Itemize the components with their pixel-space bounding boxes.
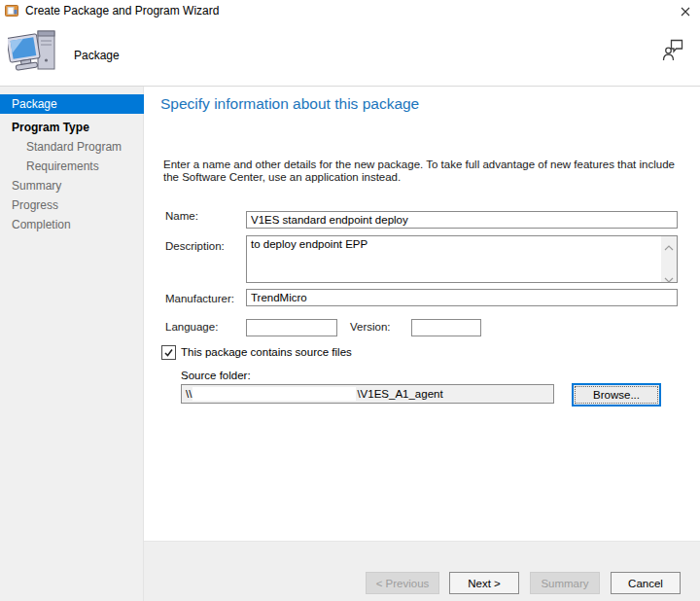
header-page-label: Package	[74, 49, 120, 62]
intro-text: Enter a name and other details for the n…	[163, 159, 689, 184]
sidebar-item-requirements[interactable]: Requirements	[0, 157, 144, 176]
source-path-prefix: \\	[186, 388, 192, 400]
sidebar-item-program-type[interactable]: Program Type	[0, 118, 144, 137]
version-field[interactable]	[411, 319, 481, 336]
name-label: Name:	[165, 210, 198, 222]
check-mark-icon	[163, 347, 174, 358]
sidebar-item-summary[interactable]: Summary	[0, 176, 144, 195]
description-field[interactable]: to deploy endpoint EPP	[246, 235, 678, 283]
window-title: Create Package and Program Wizard	[25, 4, 219, 18]
titlebar: Create Package and Program Wizard	[0, 0, 700, 21]
wizard-footer: < Previous Next > Summary Cancel	[144, 541, 700, 601]
close-icon[interactable]	[676, 3, 695, 19]
source-files-checkbox[interactable]	[161, 345, 176, 360]
source-folder-label: Source folder:	[181, 370, 251, 381]
description-scrollbar[interactable]	[661, 236, 677, 282]
previous-button: < Previous	[366, 572, 439, 594]
description-label: Description:	[165, 240, 225, 252]
computer-icon	[8, 28, 62, 82]
create-package-wizard-dialog: Create Package and Program Wizard	[0, 0, 700, 601]
manufacturer-field[interactable]	[246, 289, 678, 306]
sidebar-item-standard-program[interactable]: Standard Program	[0, 137, 144, 157]
wizard-page-content: Specify information about this package E…	[144, 87, 700, 541]
chevron-down-icon[interactable]	[664, 272, 674, 278]
language-field[interactable]	[246, 319, 337, 336]
language-label: Language:	[165, 321, 218, 333]
summary-button: Summary	[530, 572, 600, 594]
source-files-checkbox-label: This package contains source files	[181, 346, 352, 358]
description-value: to deploy endpoint EPP	[251, 238, 659, 250]
sidebar-item-completion[interactable]: Completion	[0, 215, 144, 234]
wizard-steps-sidebar: Package Program Type Standard Program Re…	[0, 87, 144, 601]
sidebar-item-progress[interactable]: Progress	[0, 195, 144, 215]
source-path-redaction	[192, 387, 356, 401]
name-field[interactable]	[246, 211, 678, 229]
feedback-icon[interactable]	[661, 38, 684, 63]
package-wizard-icon	[5, 4, 18, 18]
version-label: Version:	[350, 321, 391, 333]
chevron-up-icon[interactable]	[664, 240, 674, 246]
page-title: Specify information about this package	[160, 95, 419, 113]
next-button[interactable]: Next >	[449, 572, 519, 594]
source-folder-field[interactable]: \\ \V1ES_A1_agent	[181, 384, 554, 404]
sidebar-item-package[interactable]: Package	[0, 94, 144, 114]
wizard-header: Package	[0, 21, 700, 87]
browse-button[interactable]: Browse...	[572, 383, 661, 407]
cancel-button[interactable]: Cancel	[611, 572, 681, 594]
manufacturer-label: Manufacturer:	[165, 293, 234, 304]
source-path-suffix: \V1ES_A1_agent	[357, 388, 442, 400]
